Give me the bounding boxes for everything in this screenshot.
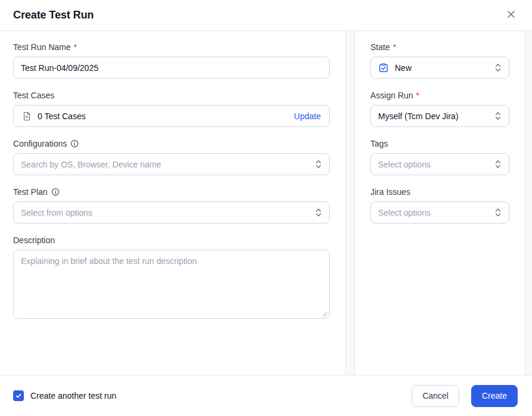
required-asterisk: * (73, 42, 76, 52)
label-text: Test Run Name (13, 42, 70, 52)
create-test-run-modal: Create Test Run Test Run Name * Test Cas… (0, 0, 532, 416)
tags-label: Tags (370, 139, 509, 148)
test-plan-select[interactable]: Select from options (13, 201, 330, 223)
resize-handle-icon[interactable] (322, 312, 327, 317)
configurations-label: Configurations (13, 139, 330, 148)
right-panel-content: State * New (355, 31, 525, 375)
chevron-up-down-icon (494, 111, 502, 121)
chevron-up-down-icon (494, 63, 502, 73)
label-text: Description (13, 235, 55, 245)
assign-run-label: Assign Run * (370, 91, 509, 100)
state-select[interactable]: New (370, 57, 509, 79)
state-label: State * (370, 42, 509, 52)
field-configurations: Configurations Search by OS, Browser, De… (13, 139, 330, 175)
assign-run-select[interactable]: Myself (Tcm Dev Jira) (370, 105, 509, 127)
field-state: State * New (370, 42, 509, 79)
chevron-up-down-icon (494, 207, 502, 218)
check-icon (15, 392, 22, 399)
create-another-checkbox[interactable] (13, 390, 24, 401)
document-icon (22, 111, 32, 121)
tags-placeholder: Select options (378, 160, 488, 169)
tags-select[interactable]: Select options (370, 153, 509, 175)
jira-issues-select[interactable]: Select options (370, 201, 509, 223)
field-description: Description (13, 235, 330, 321)
label-text: Test Plan (13, 187, 48, 197)
test-cases-label: Test Cases (13, 91, 330, 100)
label-text: Configurations (13, 139, 67, 148)
update-test-cases-button[interactable]: Update (294, 111, 321, 121)
jira-issues-placeholder: Select options (378, 208, 488, 218)
field-assign-run: Assign Run * Myself (Tcm Dev Jira) (370, 91, 509, 127)
label-text: Test Cases (13, 91, 54, 100)
chevron-up-down-icon (315, 207, 322, 218)
jira-issues-label: Jira Issues (370, 187, 509, 197)
test-plan-label: Test Plan (13, 187, 330, 197)
label-text: Assign Run (370, 91, 413, 100)
test-cases-box: 0 Test Cases Update (13, 105, 330, 127)
description-label: Description (13, 235, 330, 245)
description-textarea[interactable] (13, 250, 330, 319)
cancel-button[interactable]: Cancel (412, 385, 459, 407)
create-button[interactable]: Create (471, 385, 518, 407)
info-icon[interactable] (70, 139, 79, 148)
close-button[interactable] (503, 7, 519, 24)
create-another-label[interactable]: Create another test run (30, 391, 116, 401)
test-plan-placeholder: Select from options (21, 208, 309, 218)
test-cases-count: 0 Test Cases (38, 111, 288, 121)
assign-run-value: Myself (Tcm Dev Jira) (378, 111, 488, 121)
test-run-name-label: Test Run Name * (13, 42, 330, 52)
field-test-run-name: Test Run Name * (13, 42, 330, 79)
close-icon (506, 9, 516, 21)
modal-header: Create Test Run (0, 0, 532, 31)
label-text: Jira Issues (370, 187, 410, 197)
label-text: Tags (370, 139, 388, 148)
field-test-plan: Test Plan Select from options (13, 187, 330, 223)
modal-title: Create Test Run (13, 9, 94, 21)
required-asterisk: * (393, 42, 396, 52)
chevron-up-down-icon (494, 159, 502, 169)
field-test-cases: Test Cases 0 Test Cases Update (13, 91, 330, 127)
configurations-select[interactable]: Search by OS, Browser, Device name (13, 153, 330, 175)
state-value: New (395, 63, 488, 73)
modal-footer: Create another test run Cancel Create (0, 375, 532, 416)
right-panel-scroll-gutter (525, 31, 532, 375)
info-icon[interactable] (51, 188, 60, 196)
left-panel: Test Run Name * Test Cases (0, 31, 346, 375)
field-tags: Tags Select options (370, 139, 509, 175)
test-run-name-input[interactable] (13, 57, 330, 79)
required-asterisk: * (416, 91, 419, 100)
chevron-up-down-icon (315, 159, 322, 169)
label-text: State (370, 42, 390, 52)
modal-body: Test Run Name * Test Cases (0, 31, 532, 375)
right-panel: State * New (354, 31, 532, 375)
configurations-placeholder: Search by OS, Browser, Device name (21, 160, 309, 169)
field-jira-issues: Jira Issues Select options (370, 187, 509, 223)
left-panel-scroll-gutter (346, 31, 354, 375)
clipboard-check-icon (378, 63, 389, 73)
